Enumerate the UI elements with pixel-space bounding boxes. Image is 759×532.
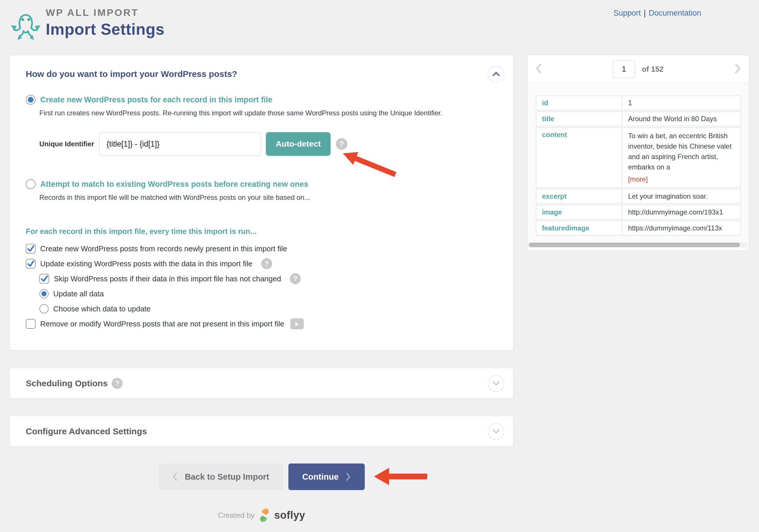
advanced-settings-card: Configure Advanced Settings [10, 416, 513, 447]
advanced-title: Configure Advanced Settings [26, 427, 147, 436]
help-icon[interactable]: ? [336, 138, 347, 150]
row-value: http://dummyimage.com/193x1 [622, 205, 741, 219]
continue-button-label: Continue [302, 472, 339, 482]
brand-name: WP ALL IMPORT [46, 7, 165, 18]
page-title: Import Settings [46, 20, 165, 38]
scheduling-title: Scheduling Options [26, 378, 108, 388]
unique-identifier-row: Unique Identifier Auto-detect ? [39, 132, 497, 156]
update-existing-row: Update existing WordPress posts with the… [26, 257, 497, 270]
expand-scheduling-button[interactable] [488, 375, 504, 392]
table-row: title Around the World in 80 Days [536, 112, 741, 126]
documentation-link[interactable]: Documentation [649, 9, 701, 17]
header-links: Support|Documentation [614, 9, 701, 18]
check-icon [26, 259, 35, 268]
video-tutorial-button[interactable]: ▶ [290, 318, 304, 329]
match-option-label[interactable]: Attempt to match to existing WordPress p… [40, 180, 308, 189]
record-number-input[interactable] [613, 60, 635, 78]
footer-credit: Created by soflyy [10, 508, 513, 522]
play-icon: ▶ [295, 321, 299, 327]
create-new-row: Create new WordPress posts from records … [26, 242, 497, 255]
more-link[interactable]: [more] [628, 174, 735, 184]
skip-unchanged-checkbox[interactable] [39, 274, 49, 284]
table-row: content To win a bet, an eccentric Briti… [536, 128, 741, 188]
next-record-button[interactable] [735, 63, 741, 75]
back-button[interactable]: Back to Setup Import [159, 464, 284, 490]
chevron-right-icon [735, 63, 741, 74]
choose-data-label[interactable]: Choose which data to update [53, 304, 151, 313]
row-key: featuredimage [536, 221, 622, 235]
update-all-radio[interactable] [39, 289, 49, 298]
help-icon[interactable]: ? [290, 273, 301, 284]
table-row: image http://dummyimage.com/193x1 [536, 205, 741, 219]
help-icon[interactable]: ? [112, 378, 123, 389]
soflyy-wordmark: soflyy [274, 509, 305, 521]
expand-advanced-button[interactable] [488, 423, 504, 440]
row-key: title [536, 112, 622, 126]
import-options-card: How do you want to import your WordPress… [10, 55, 513, 350]
match-option-radio[interactable] [26, 179, 36, 189]
chevron-down-icon [492, 381, 500, 386]
create-option-radio[interactable] [26, 95, 36, 105]
record-preview-panel: of 152 id 1 title Around the World in 80… [527, 55, 749, 251]
chevron-left-icon [535, 63, 542, 74]
help-icon[interactable]: ? [261, 258, 272, 269]
chevron-right-icon [346, 473, 350, 481]
support-link[interactable]: Support [614, 9, 641, 17]
row-value: https://dummyimage.com/113x [622, 221, 741, 235]
chevron-up-icon [492, 71, 500, 77]
chevron-left-icon [173, 473, 177, 481]
match-option-description: Records in this import file will be matc… [39, 193, 497, 202]
remove-posts-label[interactable]: Remove or modify WordPress posts that ar… [40, 320, 284, 328]
match-option-row: Attempt to match to existing WordPress p… [26, 178, 497, 190]
continue-button[interactable]: Continue [288, 464, 365, 490]
created-by-text: Created by [218, 511, 255, 520]
row-key: content [536, 128, 622, 188]
question-heading: How do you want to import your WordPress… [26, 69, 497, 79]
record-total-label: of 152 [642, 65, 663, 74]
table-row: excerpt Let your imagination soar. [536, 189, 741, 204]
update-existing-checkbox[interactable] [26, 259, 36, 269]
collapse-section-button[interactable] [488, 66, 504, 82]
row-value: Let your imagination soar. [622, 189, 741, 204]
record-table: id 1 title Around the World in 80 Days c… [536, 94, 741, 237]
every-run-heading: For each record in this import file, eve… [26, 227, 497, 236]
skip-unchanged-label[interactable]: Skip WordPress posts if their data in th… [54, 274, 281, 284]
scrollbar-thumb[interactable] [529, 243, 740, 247]
update-all-row: Update all data [39, 287, 497, 300]
record-nav-center: of 152 [528, 60, 749, 78]
create-new-label[interactable]: Create new WordPress posts from records … [40, 244, 287, 253]
row-key: image [536, 205, 622, 219]
wp-all-import-page: WP ALL IMPORT Import Settings Support|Do… [0, 0, 759, 532]
brand-block: WP ALL IMPORT Import Settings [46, 7, 165, 38]
update-all-label[interactable]: Update all data [53, 289, 104, 298]
row-key: id [536, 96, 622, 110]
octopus-logo-icon [10, 4, 42, 40]
create-option-description: First run creates new WordPress posts. R… [39, 109, 497, 117]
create-option-row: Create new WordPress posts for each reco… [26, 94, 497, 105]
horizontal-scrollbar [528, 243, 748, 247]
link-divider: | [644, 9, 646, 17]
remove-posts-checkbox[interactable] [26, 319, 36, 329]
check-icon [26, 244, 35, 253]
unique-identifier-input[interactable] [99, 132, 261, 156]
row-key: excerpt [536, 189, 622, 204]
auto-detect-button[interactable]: Auto-detect [266, 132, 331, 156]
footer-buttons: Back to Setup Import Continue [10, 464, 513, 490]
row-value: 1 [622, 96, 741, 110]
back-button-label: Back to Setup Import [185, 472, 269, 482]
create-new-checkbox[interactable] [26, 244, 36, 253]
scheduling-options-card: Scheduling Options ? [10, 368, 513, 399]
chevron-down-icon [492, 429, 500, 434]
update-existing-label[interactable]: Update existing WordPress posts with the… [40, 259, 253, 268]
content-text: To win a bet, an eccentric British inven… [628, 132, 732, 171]
unique-identifier-label: Unique Identifier [39, 140, 94, 148]
choose-data-radio[interactable] [39, 304, 49, 313]
check-icon [40, 274, 49, 283]
choose-data-row: Choose which data to update [39, 302, 497, 315]
row-value: To win a bet, an eccentric British inven… [622, 128, 741, 188]
prev-record-button[interactable] [535, 63, 542, 75]
record-nav: of 152 [528, 55, 749, 83]
remove-posts-row: Remove or modify WordPress posts that ar… [26, 318, 497, 330]
skip-unchanged-row: Skip WordPress posts if their data in th… [39, 272, 497, 285]
create-option-label[interactable]: Create new WordPress posts for each reco… [40, 95, 272, 104]
